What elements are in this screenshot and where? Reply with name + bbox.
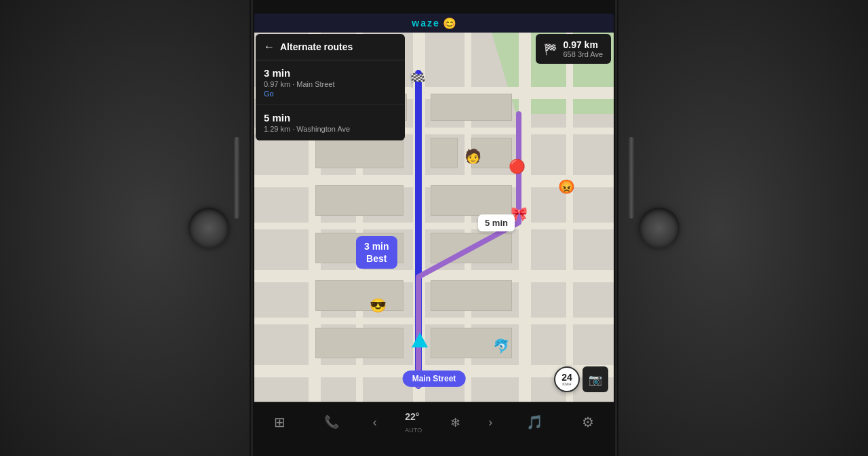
waze-header: waze 😊: [254, 14, 614, 33]
block-12: [431, 280, 512, 311]
flag-emoji: 🏁: [409, 73, 426, 88]
route-label-best[interactable]: 3 min Best: [356, 236, 397, 269]
avatar-1: 😎: [370, 297, 387, 314]
route-option-2[interactable]: 5 min 1.29 km · Washington Ave: [256, 105, 405, 140]
nav-settings-button[interactable]: ⚙: [576, 411, 599, 434]
nav-climate-group: 22° AUTO: [405, 411, 422, 435]
menu-icon: ⊞: [274, 414, 285, 430]
block-11: [315, 280, 403, 311]
route-option-1[interactable]: 3 min 0.97 km · Main Street Go: [256, 60, 405, 105]
route-1-details: 0.97 km · Main Street: [264, 80, 397, 88]
temp-mode: AUTO: [405, 427, 422, 434]
settings-icon: ⚙: [582, 414, 594, 430]
destination-flag: 🏁: [409, 72, 426, 88]
temp-value: 22°: [405, 411, 419, 422]
map-area[interactable]: 🏁 😎 🧑 🔴 🎀 🐬 😡 3 min Best 5 min Main Stre…: [254, 33, 614, 402]
street-label: Main Street: [403, 370, 466, 387]
block-3: [431, 94, 512, 121]
distance-info-box: 🏁 0.97 km 658 3rd Ave: [536, 34, 611, 64]
block-10: [431, 233, 512, 263]
camera-button[interactable]: 📷: [583, 366, 608, 392]
route-1-go[interactable]: Go: [264, 90, 397, 98]
speed-unit: KMH: [562, 382, 571, 386]
avatar-5: 🐬: [493, 338, 510, 354]
waze-emoji: 😊: [443, 17, 456, 30]
route-2-details: 1.29 km · Washington Ave: [264, 125, 397, 133]
distance-flag-icon: 🏁: [544, 43, 557, 56]
block-4: [315, 138, 403, 168]
distance-street: 658 3rd Ave: [563, 50, 603, 58]
distance-details: 0.97 km 658 3rd Ave: [563, 39, 603, 58]
main-screen: waze 😊: [254, 14, 614, 442]
door-handle-right: [629, 137, 634, 218]
street-v6: [566, 33, 573, 402]
camera-icon: 📷: [589, 373, 602, 386]
block-5: [431, 138, 458, 168]
navigation-bar: ⊞ 📞 ‹ 22° AUTO ❄ › 🎵 ⚙: [254, 402, 614, 442]
route-2-time: 5 min: [264, 112, 397, 124]
back-arrow-icon[interactable]: ←: [264, 41, 275, 53]
music-icon: 🎵: [526, 414, 543, 430]
speed-number: 24: [561, 373, 572, 382]
block-13: [315, 328, 403, 358]
speed-badge: 24 KMH: [554, 366, 580, 392]
temperature-display: 22° AUTO: [405, 411, 422, 435]
route-label-5min[interactable]: 5 min: [478, 214, 515, 231]
nav-phone-button[interactable]: 📞: [319, 412, 344, 434]
door-right: [617, 0, 868, 456]
alt-routes-panel[interactable]: ← Alternate routes 3 min 0.97 km · Main …: [256, 34, 405, 140]
alt-routes-header: ← Alternate routes: [256, 34, 405, 60]
nav-menu-button[interactable]: ⊞: [269, 411, 291, 434]
door-left: [0, 0, 251, 456]
block-8: [431, 185, 512, 216]
block-7: [315, 185, 403, 216]
door-handle-left: [234, 137, 239, 218]
avatar-6: 😡: [558, 178, 575, 195]
avatar-2: 🧑: [465, 148, 481, 164]
distance-km: 0.97 km: [563, 39, 603, 50]
nav-arrow-right[interactable]: ›: [488, 415, 492, 430]
waze-logo: waze: [412, 18, 439, 28]
avatar-3: 🔴: [509, 158, 526, 174]
route-label-time: 3 min: [364, 240, 389, 252]
phone-icon: 📞: [324, 415, 339, 430]
fan-icon: ❄: [450, 415, 460, 430]
alt-routes-title: Alternate routes: [280, 41, 353, 52]
nav-music-button[interactable]: 🎵: [521, 411, 549, 434]
route-label-sub: Best: [364, 252, 389, 265]
nav-arrow-left[interactable]: ‹: [373, 415, 377, 430]
route-1-time: 3 min: [264, 67, 397, 79]
user-position-arrow: [412, 332, 428, 347]
